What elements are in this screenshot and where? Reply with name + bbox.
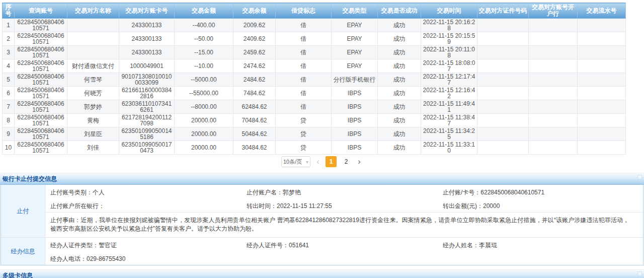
table-cell: 6 — [3, 87, 15, 100]
table-cell — [578, 87, 626, 100]
table-cell: 贷 — [276, 114, 332, 127]
page-button-2[interactable]: 2 — [341, 156, 352, 167]
page-size-label: 10条/页 — [283, 158, 302, 166]
table-cell — [529, 141, 578, 155]
page-size-select[interactable]: 10条/页 ▾ — [281, 156, 310, 167]
prev-page-button[interactable]: ‹ — [314, 156, 321, 167]
table-cell — [578, 114, 626, 127]
table-cell: 财付通微信支付 — [67, 59, 119, 73]
table-cell: 5 — [3, 73, 15, 87]
table-cell: 成功 — [378, 127, 421, 141]
column-header: 交易对方账卡号 — [119, 3, 175, 19]
table-cell — [477, 87, 529, 100]
table-cell: --5000.00 — [175, 73, 233, 87]
table-cell: --50.00 — [175, 32, 233, 46]
table-cell — [578, 32, 626, 46]
table-cell: IBPS — [332, 127, 378, 141]
table-cell: 2022-11-15 11:49:41 — [421, 100, 477, 114]
handler-id-type-field: 经办人证件类型：警官证 — [50, 241, 247, 250]
table-cell: 贷 — [276, 127, 332, 141]
table-cell: 6228450068040610571 — [15, 100, 67, 114]
table-cell: 成功 — [378, 19, 421, 32]
table-cell: 借 — [276, 87, 332, 100]
table-cell: 2 — [3, 32, 15, 46]
table-cell — [529, 127, 578, 141]
table-cell: 7484.62 — [233, 87, 276, 100]
table-cell: 成功 — [378, 87, 421, 100]
table-cell: 6235010990500145186 — [119, 127, 175, 141]
column-header: 交易余额 — [233, 3, 276, 19]
table-row[interactable]: 76228450068040610571郭梦婷62303611010734162… — [3, 100, 626, 114]
next-page-button[interactable]: › — [356, 156, 363, 167]
column-header: 交易流水号 — [578, 3, 626, 19]
table-cell: 6228450068040610571 — [15, 127, 67, 141]
table-cell: IBPS — [332, 141, 378, 155]
table-cell: 借 — [276, 46, 332, 59]
table-row[interactable]: 106228450068040610571刘佳62350109905001704… — [3, 141, 626, 155]
table-cell: 70484.62 — [233, 114, 276, 127]
stop-payment-row-2: 止付账户所在银行： 转出时间：2022-11-15 11:27:55 转出金额(… — [45, 198, 643, 212]
stop-payment-reason: 止付事由：近期，我单位在接报刘妮被骗警情中，发现涉案人员利用贵单位相关账户 曹鸿… — [45, 212, 643, 237]
handler-info-row-1: 经办人证件类型：警官证 经办人证件号：051641 经办人姓名：李晨琨 — [45, 238, 643, 251]
account-name-field: 止付账户名：郭梦艳 — [247, 188, 443, 197]
column-header: 序号 — [3, 3, 15, 19]
collapse-icon[interactable] — [637, 175, 642, 179]
table-row[interactable]: 26228450068040610571243300133--50.002409… — [3, 32, 626, 46]
table-cell: 6228450068040610571 — [15, 32, 67, 46]
table-cell: 4 — [3, 59, 15, 73]
table-cell: 9010713080100100033099 — [119, 73, 175, 87]
table-cell: 6228450068040610571 — [15, 73, 67, 87]
table-cell — [477, 73, 529, 87]
table-cell: 62484.62 — [233, 100, 276, 114]
table-row[interactable]: 56228450068040610571何雪琴90107130801001000… — [3, 73, 626, 87]
section-gap — [0, 169, 644, 173]
chevron-down-icon: ▾ — [306, 159, 308, 165]
table-cell: 何雪琴 — [67, 73, 119, 87]
table-cell: 刘星臣 — [67, 127, 119, 141]
table-cell: 成功 — [378, 114, 421, 127]
table-cell: 20000.00 — [175, 127, 233, 141]
table-cell: --400.00 — [175, 19, 233, 32]
table-cell: 20000.00 — [175, 114, 233, 127]
table-cell: 6216611600003842816 — [119, 87, 175, 100]
table-cell: EPAY — [332, 59, 378, 73]
collapse-icon[interactable] — [637, 271, 642, 276]
table-cell: 何晓芳 — [67, 87, 119, 100]
table-row[interactable]: 66228450068040610571何晓芳62166116000038428… — [3, 87, 626, 100]
table-cell: 2009.62 — [233, 19, 276, 32]
column-header: 交易对方证件号码 — [477, 3, 529, 19]
stop-payment-group: 止付 止付账号类别：个人 止付账户名：郭梦艳 止付账/卡号：6228450068… — [1, 185, 643, 237]
table-cell: 贷 — [276, 141, 332, 155]
table-row[interactable]: 86228450068040610571黄梅621728194200112709… — [3, 114, 626, 127]
table-row[interactable]: 96228450068040610571刘星臣62350109905001451… — [3, 127, 626, 141]
table-cell: EPAY — [332, 32, 378, 46]
pagination-bar: 10条/页 ▾ ‹ 1 2 › — [0, 155, 644, 169]
table-cell — [477, 114, 529, 127]
table-cell — [529, 100, 578, 114]
stop-payment-panel: 止付 止付账号类别：个人 止付账户名：郭梦艳 止付账/卡号：6228450068… — [1, 185, 643, 265]
table-cell: 2022-11-15 20:11:08 — [421, 46, 477, 59]
table-row[interactable]: 46228450068040610571财付通微信支付1000049901--1… — [3, 59, 626, 73]
table-cell: 成功 — [378, 141, 421, 155]
table-cell: 7 — [3, 100, 15, 114]
table-cell — [529, 114, 578, 127]
table-cell — [529, 73, 578, 87]
table-cell: 3 — [3, 46, 15, 59]
table-cell: 黄梅 — [67, 114, 119, 127]
column-header: 交易对方名称 — [67, 3, 119, 19]
table-row[interactable]: 36228450068040610571243300133--15.002459… — [3, 46, 626, 59]
table-cell: 6228450068040610571 — [15, 114, 67, 127]
table-cell — [477, 19, 529, 32]
page-button-1[interactable]: 1 — [326, 156, 337, 167]
table-cell: --55000.00 — [175, 87, 233, 100]
table-row[interactable]: 16228450068040610571243300133--400.00200… — [3, 19, 626, 32]
table-cell: 6230361101073416261 — [119, 100, 175, 114]
table-cell: 6228450068040610571 — [15, 87, 67, 100]
handler-name-field: 经办人姓名：李晨琨 — [443, 241, 643, 250]
multi-card-section-bar: 多级卡信息 — [0, 269, 644, 278]
stop-payment-group-label: 止付 — [1, 185, 45, 237]
transfer-time-field: 转出时间：2022-11-15 11:27:55 — [247, 202, 443, 211]
multi-card-section-title: 多级卡信息 — [0, 271, 33, 278]
table-cell — [477, 46, 529, 59]
table-cell — [578, 19, 626, 32]
